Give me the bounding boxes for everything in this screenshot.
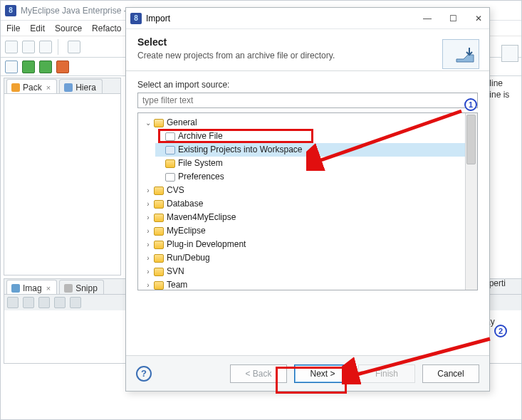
dialog-heading: Select — [137, 36, 478, 48]
tree-scrollbar[interactable] — [465, 113, 477, 290]
annotation-badge-2: 2 — [494, 325, 507, 337]
help-icon[interactable]: ? — [136, 366, 152, 382]
tree-label: Maven4MyEclipse — [167, 211, 236, 224]
folder-icon — [154, 187, 164, 195]
toolbar-runext-icon[interactable] — [39, 61, 52, 73]
tree-node-myeclipse[interactable]: ›MyEclipse — [144, 224, 474, 238]
folder-icon — [154, 214, 164, 222]
source-label: Select an import source: — [137, 80, 478, 90]
tab-package-explorer[interactable]: Pack × — [6, 79, 57, 93]
tree-label: File System — [178, 157, 223, 170]
finish-button[interactable]: Finish — [358, 364, 415, 383]
tab-imag-label: Imag — [23, 283, 42, 293]
open-perspective-icon[interactable] — [501, 45, 518, 62]
zoom-out-icon[interactable] — [23, 297, 34, 308]
tree-node-general[interactable]: ⌄General — [144, 116, 474, 130]
dialog-header: Select Create new projects from an archi… — [126, 29, 489, 71]
zoom-fit-icon[interactable] — [38, 297, 50, 308]
dialog-icon: 8 — [130, 13, 142, 24]
file-icon — [165, 132, 175, 141]
dialog-subheading: Create new projects from an archive file… — [137, 51, 478, 61]
folder-icon — [154, 200, 164, 209]
menu-source[interactable]: Source — [55, 23, 82, 33]
left-view-tabs: Pack × Hiera — [4, 78, 120, 94]
tree-node-maven[interactable]: ›Maven4MyEclipse — [144, 211, 474, 224]
toolbar-stop-icon[interactable] — [56, 61, 69, 73]
tree-label: Team — [167, 278, 187, 290]
folder-icon — [154, 241, 164, 249]
tree-label: MyEclipse — [167, 224, 206, 238]
tree-label: Plug-in Development — [167, 238, 246, 251]
toolbar-debug-icon[interactable] — [5, 61, 18, 73]
zoom-100-icon[interactable] — [54, 297, 66, 308]
tree-label: CVS — [167, 184, 184, 197]
app-icon: 8 — [5, 5, 16, 16]
tab-pack-label: Pack — [23, 83, 42, 93]
tree-label: Existing Projects into Workspace — [178, 143, 303, 157]
maximize-icon[interactable]: ☐ — [447, 14, 459, 23]
tree-node-run-debug[interactable]: ›Run/Debug — [144, 251, 474, 265]
scroll-thumb[interactable] — [466, 115, 476, 164]
folder-icon — [154, 268, 164, 276]
package-icon — [11, 83, 20, 92]
import-dialog: 8 Import — ☐ ✕ Select Create new project… — [125, 7, 490, 392]
dialog-body: Select an import source: ⌄General Archiv… — [126, 71, 489, 293]
rotate-icon[interactable] — [70, 297, 81, 308]
close-icon[interactable]: ✕ — [472, 14, 485, 23]
toolbar-separator — [58, 39, 62, 55]
filter-input[interactable] — [137, 93, 478, 108]
menu-edit[interactable]: Edit — [30, 23, 45, 33]
menu-file[interactable]: File — [6, 23, 20, 33]
tree-label: Database — [167, 197, 203, 211]
snippets-icon — [64, 284, 73, 293]
minimize-icon[interactable]: — — [421, 14, 434, 23]
tree-node-database[interactable]: ›Database — [144, 197, 474, 211]
menu-refactor[interactable]: Refacto — [92, 23, 121, 33]
tree-label: Run/Debug — [167, 251, 210, 265]
tree-node-preferences[interactable]: Preferences — [155, 170, 474, 184]
tab-snipp-label: Snipp — [75, 283, 98, 293]
annotation-badge-1: 1 — [464, 98, 477, 111]
folder-open-icon — [154, 119, 164, 127]
toolbar-save-icon[interactable] — [22, 41, 35, 53]
tree-node-cvs[interactable]: ›CVS — [144, 184, 474, 197]
folder-icon — [154, 227, 164, 236]
tree-node-plugin-dev[interactable]: ›Plug-in Development — [144, 238, 474, 251]
close-icon[interactable]: × — [46, 83, 51, 92]
image-icon — [11, 284, 20, 293]
dialog-footer: ? < Back Next > Finish Cancel — [126, 355, 489, 391]
tab-hiera-label: Hiera — [75, 83, 96, 93]
tree-label: Preferences — [178, 170, 224, 184]
tree-label: Archive File — [178, 130, 223, 143]
dialog-titlebar[interactable]: 8 Import — ☐ ✕ — [126, 8, 489, 29]
back-button: < Back — [230, 364, 287, 383]
toolbar-run-icon[interactable] — [22, 61, 35, 73]
folder-icon — [165, 159, 175, 168]
toolbar-saveall-icon[interactable] — [39, 41, 52, 53]
import-tree: ⌄General Archive File Existing Projects … — [137, 112, 478, 290]
tree-node-file-system[interactable]: File System — [155, 157, 474, 170]
toolbar-import-icon[interactable] — [68, 41, 80, 53]
tree-label: SVN — [167, 265, 184, 278]
toolbar-new-icon[interactable] — [5, 41, 18, 53]
tab-image[interactable]: Imag × — [6, 280, 57, 294]
tab-hierarchy[interactable]: Hiera — [59, 79, 103, 93]
file-icon — [165, 173, 175, 182]
dialog-title: Import — [146, 14, 170, 23]
folder-icon — [154, 281, 164, 290]
tree-node-archive-file[interactable]: Archive File — [155, 130, 474, 143]
tree-node-existing-projects[interactable]: Existing Projects into Workspace — [155, 143, 474, 157]
zoom-in-icon[interactable] — [7, 297, 19, 308]
import-wizard-icon — [442, 39, 479, 69]
folder-icon — [154, 254, 164, 263]
tree-label-general: General — [167, 116, 197, 130]
tree-node-svn[interactable]: ›SVN — [144, 265, 474, 278]
next-button[interactable]: Next > — [294, 364, 351, 383]
hierarchy-icon — [64, 83, 73, 92]
tab-snippets[interactable]: Snipp — [59, 280, 104, 294]
tree-node-team[interactable]: ›Team — [144, 278, 474, 290]
close-icon[interactable]: × — [46, 284, 51, 293]
project-icon — [165, 146, 175, 154]
cancel-button[interactable]: Cancel — [422, 364, 479, 383]
package-explorer-panel: Pack × Hiera — [4, 78, 121, 275]
